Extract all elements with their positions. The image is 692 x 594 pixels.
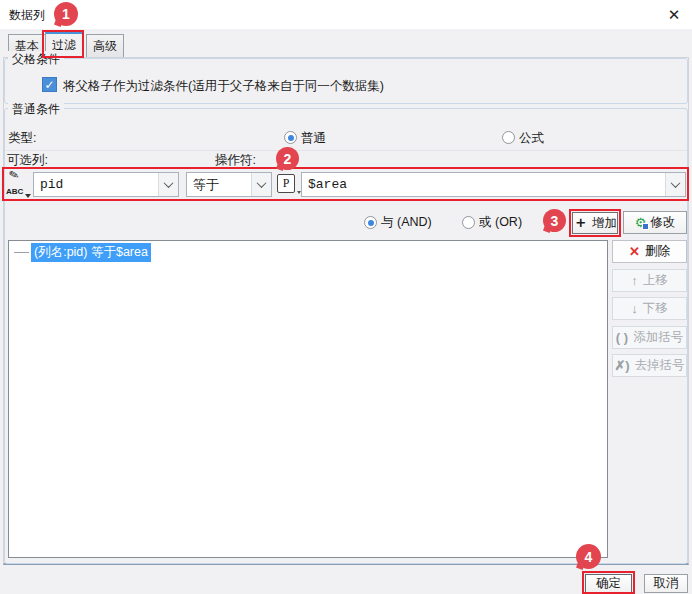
type-radio-normal[interactable]	[284, 131, 297, 144]
tree-connector-line	[14, 252, 29, 253]
column-select-dropdown-button[interactable]	[158, 173, 178, 196]
parameter-button[interactable]: P	[277, 174, 295, 193]
title-bar: 数据列 ✕	[0, 0, 692, 29]
cancel-button[interactable]: 取消	[644, 574, 688, 593]
chevron-down-icon	[164, 178, 174, 188]
remove-brackets-icon: ✗)	[614, 358, 629, 373]
type-radio-formula[interactable]	[502, 131, 515, 144]
type-radio-normal-label[interactable]: 普通	[301, 130, 326, 147]
condition-list[interactable]: (列名:pid) 等于$area	[8, 240, 608, 558]
add-condition-button-label: 增加	[592, 215, 617, 232]
data-column-dialog: 数据列 ✕ 1 2 3 4 基本 过滤 高级 父格条件 ✓ 将父格子作为过滤条件…	[0, 0, 692, 594]
modify-condition-button[interactable]: ⚙ 修改	[623, 211, 687, 234]
operator-select-dropdown-button[interactable]	[251, 173, 271, 196]
logic-radio-or-label[interactable]: 或 (OR)	[479, 214, 522, 231]
operator-select-value: 等于	[187, 176, 251, 194]
logic-radio-and-label[interactable]: 与 (AND)	[381, 214, 432, 231]
value-combobox-dropdown-button[interactable]	[665, 173, 685, 196]
remove-brackets-button-label: 去掉括号	[635, 357, 685, 374]
logic-radio-or[interactable]	[462, 216, 475, 229]
column-select-value: pid	[34, 177, 158, 192]
check-icon: ✓	[44, 78, 54, 92]
move-down-button-label: 下移	[643, 300, 668, 317]
column-label: 可选列:	[7, 152, 48, 169]
add-brackets-button-label: 添加括号	[633, 329, 683, 346]
ok-button[interactable]: 确定	[585, 574, 632, 593]
column-type-icon[interactable]: ✎ ABC	[5, 171, 32, 198]
move-up-button-label: 上移	[643, 272, 668, 289]
move-down-button[interactable]: ↓ 下移	[612, 297, 687, 320]
annotation-badge-4: 4	[576, 544, 601, 569]
brackets-icon: ( )	[616, 330, 628, 345]
annotation-badge-3: 3	[543, 209, 566, 232]
logic-radio-and[interactable]	[364, 216, 377, 229]
delete-icon: ✕	[629, 244, 640, 259]
normal-condition-group-title: 普通条件	[8, 101, 64, 118]
section-divider	[5, 150, 687, 151]
arrow-up-icon: ↑	[631, 273, 638, 288]
modify-condition-button-label: 修改	[650, 214, 675, 231]
tab-advanced[interactable]: 高级	[86, 34, 124, 58]
list-item[interactable]: (列名:pid) 等于$area	[14, 244, 151, 261]
operator-label: 操作符:	[215, 152, 256, 169]
abc-text-type-label: ABC	[6, 187, 23, 196]
parent-filter-checkbox-label[interactable]: 将父格子作为过滤条件(适用于父子格来自于同一个数据集)	[63, 78, 384, 95]
type-radio-formula-label[interactable]: 公式	[519, 130, 544, 147]
value-combobox-value[interactable]: $area	[302, 177, 665, 192]
chevron-down-icon	[25, 194, 31, 198]
plus-icon: ＋	[573, 213, 588, 232]
condition-item-text[interactable]: (列名:pid) 等于$area	[31, 243, 151, 262]
annotation-badge-1: 1	[54, 2, 78, 26]
delete-button-label: 删除	[645, 243, 670, 260]
parent-filter-checkbox[interactable]: ✓	[42, 77, 57, 92]
column-select[interactable]: pid	[33, 172, 179, 197]
parent-condition-group-title: 父格条件	[8, 51, 64, 68]
annotation-badge-2: 2	[276, 147, 299, 170]
gear-icon: ⚙	[635, 215, 647, 230]
add-brackets-button[interactable]: ( ) 添加括号	[612, 326, 687, 349]
delete-button[interactable]: ✕ 删除	[612, 240, 687, 263]
remove-brackets-button[interactable]: ✗) 去掉括号	[612, 354, 687, 377]
operator-select[interactable]: 等于	[186, 172, 272, 197]
move-up-button[interactable]: ↑ 上移	[612, 269, 687, 292]
value-combobox[interactable]: $area	[301, 172, 686, 197]
chevron-down-icon	[671, 178, 681, 188]
add-condition-button[interactable]: ＋ 增加	[572, 212, 618, 234]
close-icon[interactable]: ✕	[662, 4, 686, 26]
type-label: 类型:	[8, 130, 36, 147]
arrow-down-icon: ↓	[631, 301, 638, 316]
chevron-down-icon	[257, 178, 267, 188]
dialog-title: 数据列	[9, 7, 45, 24]
